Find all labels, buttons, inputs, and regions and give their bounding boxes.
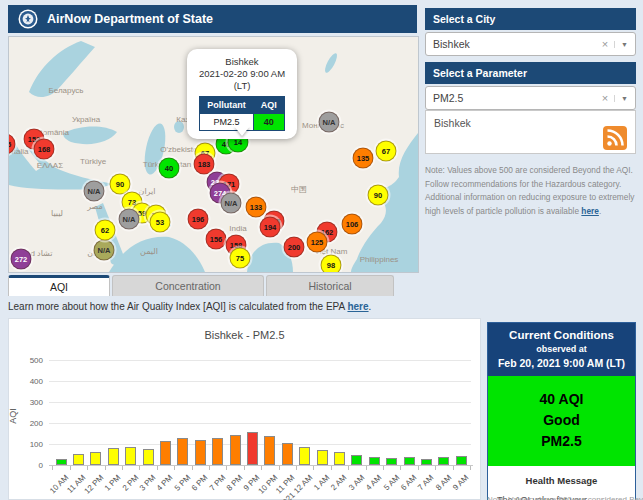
aqi-map-marker[interactable]: 183 (194, 154, 215, 175)
chart-bar[interactable] (125, 447, 136, 465)
aqi-map-marker[interactable]: 272 (11, 249, 32, 270)
chart-x-label: 1 AM (312, 473, 331, 492)
aqi-map-marker[interactable]: 200 (284, 237, 305, 258)
chart-bar[interactable] (247, 432, 258, 465)
aqi-map-marker[interactable]: 40 (159, 158, 180, 179)
chart-x-tickmark (383, 466, 384, 470)
aqi-map-marker[interactable]: N/A (119, 209, 140, 230)
aqi-map-marker[interactable]: 75 (230, 248, 251, 269)
rss-icon[interactable] (603, 126, 627, 150)
aqi-map-marker[interactable]: 106 (342, 214, 363, 235)
parameter-select[interactable]: PM2.5 × ▼ (425, 86, 636, 110)
chart-x-tickmark (192, 466, 193, 470)
chart-x-label: 5 AM (382, 473, 401, 492)
chart-x-tickmark (279, 466, 280, 470)
chart-gridline (49, 444, 471, 445)
chart-x-tickmark (313, 466, 314, 470)
aqi-map-marker[interactable]: 196 (188, 209, 209, 230)
parameter-clear-icon[interactable]: × (602, 92, 614, 104)
chart-x-tickmark (348, 466, 349, 470)
map-country-label: ΕΛΛΑΣ (37, 161, 63, 170)
chart-bar[interactable] (212, 438, 223, 465)
chart-bar[interactable] (369, 457, 380, 465)
chart-x-tickmark (453, 466, 454, 470)
tab-aqi[interactable]: AQI (8, 275, 110, 296)
aqi-map-marker[interactable]: 194 (260, 217, 281, 238)
aqi-bar-chart: Bishkek - PM2.5 AQI 010020030040050010 A… (8, 318, 481, 500)
chart-y-tick: 300 (9, 398, 43, 407)
app-header: AirNow Department of State (8, 5, 417, 33)
chart-bar[interactable] (108, 448, 119, 465)
city-feed-box: Bishkek (425, 110, 636, 154)
map-country-label: India (229, 224, 246, 233)
city-clear-icon[interactable]: × (602, 38, 614, 50)
popup-datetime: 2021-02-20 9:00 AM (191, 68, 293, 80)
tab-concentration[interactable]: Concentration (112, 275, 264, 296)
chart-y-tick: 100 (9, 440, 43, 449)
chart-bar[interactable] (404, 457, 415, 465)
city-caret-icon[interactable]: ▼ (614, 41, 628, 48)
chart-bar[interactable] (421, 459, 432, 465)
aqi-map-marker[interactable]: N/A (319, 112, 340, 133)
chart-bar[interactable] (177, 438, 188, 465)
chart-x-tickmark (366, 466, 367, 470)
popup-col-pollutant: Pollutant (200, 97, 254, 114)
aqi-map[interactable]: БеларусьУкраїнаRomâniaItaliaΕΛΛΑΣTürkiye… (8, 36, 419, 273)
chart-bar[interactable] (438, 457, 449, 465)
aqi-map-marker[interactable]: 53 (150, 212, 171, 233)
aqi-map-marker[interactable]: 125 (307, 232, 328, 253)
parameter-caret-icon[interactable]: ▼ (614, 95, 628, 102)
chart-y-tick: 400 (9, 377, 43, 386)
tab-historical[interactable]: Historical (266, 275, 394, 296)
chart-x-tickmark (105, 466, 106, 470)
chart-x-tickmark (122, 466, 123, 470)
dos-seal-icon (18, 9, 38, 29)
chart-x-tickmark (435, 466, 436, 470)
aqi-map-marker[interactable]: 135 (353, 148, 374, 169)
aqi-map-marker[interactable]: 67 (376, 141, 397, 162)
chart-bar[interactable] (56, 459, 67, 465)
chart-x-tickmark (139, 466, 140, 470)
aqi-map-marker[interactable]: 62 (95, 220, 116, 241)
chart-x-tickmark (87, 466, 88, 470)
chart-x-label: 1 PM (103, 473, 123, 493)
chart-bar[interactable] (264, 436, 275, 465)
chart-bar[interactable] (90, 452, 101, 465)
aqi-map-marker[interactable]: 98 (321, 255, 342, 274)
chart-bar[interactable] (456, 456, 467, 465)
chart-x-tickmark (296, 466, 297, 470)
aqi-map-marker[interactable]: 156 (206, 229, 227, 250)
map-country-label: 中国 (291, 184, 307, 195)
chart-bar[interactable] (299, 447, 310, 465)
learn-more-link[interactable]: here (347, 301, 368, 312)
chart-bar[interactable] (195, 440, 206, 465)
chart-x-label: 2 PM (120, 473, 140, 493)
map-country-label: مصر (87, 202, 103, 211)
chart-x-label: 6 AM (399, 473, 418, 492)
chart-x-tickmark (261, 466, 262, 470)
chart-bar[interactable] (351, 455, 362, 465)
chart-bar[interactable] (160, 441, 171, 465)
sidebar-note-link[interactable]: here (581, 206, 599, 216)
city-select[interactable]: Bishkek × ▼ (425, 32, 636, 56)
aqi-map-marker[interactable]: N/A (94, 240, 115, 261)
chart-x-tickmark (209, 466, 210, 470)
chart-bar[interactable] (334, 452, 345, 465)
chart-x-tickmark (70, 466, 71, 470)
chart-bar[interactable] (73, 454, 84, 465)
current-conditions-panel: Current Conditions observed at Feb 20, 2… (487, 322, 636, 500)
aqi-map-marker[interactable]: N/A (84, 181, 105, 202)
aqi-map-marker[interactable]: 133 (246, 197, 267, 218)
chart-x-tickmark (157, 466, 158, 470)
clipped-note: Note: Values above 500 are considered Be… (487, 495, 643, 500)
chart-bar[interactable] (230, 435, 241, 465)
chart-bar[interactable] (386, 458, 397, 465)
feed-city-label: Bishkek (434, 117, 627, 129)
chart-bar[interactable] (143, 449, 154, 465)
chart-bar[interactable] (317, 450, 328, 465)
aqi-map-marker[interactable]: N/A (221, 193, 242, 214)
chart-bar[interactable] (282, 443, 293, 465)
aqi-map-marker[interactable]: 168 (34, 139, 55, 160)
aqi-map-marker[interactable]: 90 (368, 185, 389, 206)
popup-timezone: (LT) (191, 80, 293, 92)
